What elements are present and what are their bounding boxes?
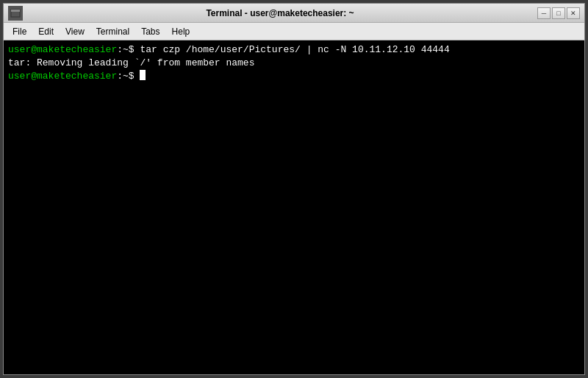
- prompt-suffix-1: :~$: [117, 43, 134, 57]
- svg-rect-1: [11, 10, 20, 12]
- prompt-user-1: user@maketecheasier: [8, 43, 117, 57]
- window-icon: [8, 6, 23, 21]
- terminal-content[interactable]: user@maketecheasier :~$ tar czp /home/us…: [4, 40, 584, 374]
- minimize-button[interactable]: ─: [537, 7, 551, 19]
- prompt-suffix-2: :~$: [117, 70, 134, 83]
- window-controls: ─ □ ✕: [537, 7, 580, 19]
- terminal-line-1: user@maketecheasier :~$ tar czp /home/us…: [8, 43, 580, 57]
- menu-item-terminal[interactable]: Terminal: [90, 25, 135, 38]
- terminal-line-3: user@maketecheasier :~$: [8, 70, 580, 83]
- titlebar: Terminal - user@maketecheasier: ~ ─ □ ✕: [4, 4, 584, 23]
- menu-item-edit[interactable]: Edit: [32, 25, 60, 38]
- close-button[interactable]: ✕: [567, 7, 580, 19]
- terminal-line-2: tar: Removing leading `/' from member na…: [8, 57, 580, 70]
- menu-item-tabs[interactable]: Tabs: [135, 25, 165, 38]
- terminal-window: Terminal - user@maketecheasier: ~ ─ □ ✕ …: [3, 3, 585, 375]
- output-1: tar: Removing leading `/' from member na…: [8, 57, 254, 70]
- window-title: Terminal - user@maketecheasier: ~: [23, 8, 537, 18]
- prompt-space: [135, 70, 140, 83]
- cursor: [140, 70, 146, 80]
- menubar: FileEditViewTerminalTabsHelp: [4, 23, 584, 40]
- command-1: tar czp /home/user/Pictures/ | nc -N 10.…: [135, 43, 450, 57]
- menu-item-file[interactable]: File: [7, 25, 32, 38]
- maximize-button[interactable]: □: [552, 7, 565, 19]
- menu-item-view[interactable]: View: [60, 25, 90, 38]
- prompt-user-2: user@maketecheasier: [8, 70, 117, 83]
- menu-item-help[interactable]: Help: [166, 25, 196, 38]
